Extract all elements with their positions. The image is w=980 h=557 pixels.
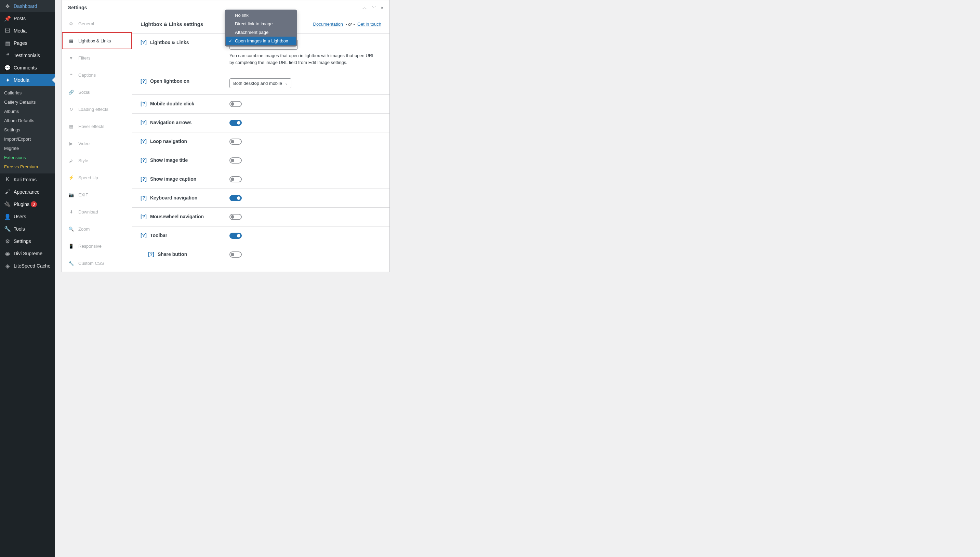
speed-icon: ❖ — [4, 3, 11, 10]
setting-loop-navigation: [?]Loop navigation — [132, 132, 389, 151]
tab-style[interactable]: 🖌Style — [62, 152, 132, 169]
tab-icon: ↻ — [68, 106, 74, 112]
toggle-mousewheel-navigation[interactable] — [229, 214, 242, 220]
tab-hover-effects[interactable]: ▦Hover effects — [62, 118, 132, 135]
tab-icon: 📱 — [68, 243, 74, 249]
setting-toolbar: [?]Toolbar — [132, 226, 389, 245]
toggle-loop-navigation[interactable] — [229, 138, 242, 145]
toggle-toolbar[interactable] — [229, 233, 242, 239]
help-icon[interactable]: [?] — [141, 157, 147, 163]
menu-pages[interactable]: ▤Pages — [0, 37, 55, 49]
panel-collapse-icon[interactable]: ▴ — [381, 5, 383, 11]
help-icon[interactable]: [?] — [141, 214, 147, 219]
submenu-import-export[interactable]: Import/Export — [0, 134, 55, 144]
toggle-mobile-double-click[interactable] — [229, 101, 242, 107]
help-icon[interactable]: [?] — [141, 233, 147, 238]
menu-plugins[interactable]: 🔌Plugins3 — [0, 198, 55, 210]
tab-icon: ⚙ — [68, 21, 74, 27]
pin-icon: 📌 — [4, 15, 11, 22]
tab-download[interactable]: ⬇Download — [62, 203, 132, 220]
admin-sidebar: ❖Dashboard📌Posts🎞Media▤Pages❝Testimonial… — [0, 0, 55, 272]
dropdown-option[interactable]: No link — [226, 11, 296, 20]
setting-navigation-arrows: [?]Navigation arrows — [132, 114, 389, 132]
tab-loading-effects[interactable]: ↻Loading effects — [62, 101, 132, 118]
menu-appearance[interactable]: 🖌Appearance — [0, 186, 55, 198]
wrench-icon: 🔧 — [4, 225, 11, 232]
help-icon[interactable]: [?] — [141, 176, 147, 182]
tab-icon: ▦ — [68, 123, 74, 129]
open-on-value: Both desktop and mobile — [233, 81, 282, 86]
menu-users[interactable]: 👤Users — [0, 210, 55, 223]
setting-keyboard-navigation: [?]Keyboard navigation — [132, 189, 389, 208]
tab-exif[interactable]: 📷EXIF — [62, 186, 132, 203]
submenu-migrate[interactable]: Migrate — [0, 144, 55, 153]
tab-icon: ▼ — [68, 55, 74, 61]
toggle-keyboard-navigation[interactable] — [229, 195, 242, 201]
help-icon[interactable]: [?] — [141, 101, 147, 106]
toggle-share-button[interactable] — [229, 251, 242, 257]
help-icon[interactable]: [?] — [141, 40, 147, 45]
submenu-albums[interactable]: Albums — [0, 107, 55, 116]
tab-lightbox-links[interactable]: ▦Lightbox & Links — [62, 32, 132, 49]
page-icon: ▤ — [4, 40, 11, 47]
menu-litespeed-cache[interactable]: ◈LiteSpeed Cache — [0, 260, 55, 272]
panel-down-icon[interactable]: ﹀ — [372, 5, 376, 11]
setting-mobile-double-click: [?]Mobile double click — [132, 95, 389, 114]
help-icon[interactable]: [?] — [148, 251, 154, 257]
setting-show-image-caption: [?]Show image caption — [132, 170, 389, 189]
get-in-touch-link[interactable]: Get in touch — [357, 21, 381, 27]
tab-icon: ▶ — [68, 140, 74, 147]
tab-icon: ⚡ — [68, 174, 74, 181]
tab-responsive[interactable]: 📱Responsive — [62, 238, 132, 254]
menu-media[interactable]: 🎞Media — [0, 24, 55, 37]
tab-captions[interactable]: ❝Captions — [62, 67, 132, 83]
dropdown-option[interactable]: Attachment page — [226, 28, 296, 37]
tab-filters[interactable]: ▼Filters — [62, 49, 132, 67]
menu-testimonials[interactable]: ❝Testimonials — [0, 49, 55, 62]
submenu-gallery-defaults[interactable]: Gallery Defaults — [0, 98, 55, 107]
documentation-link[interactable]: Documentation — [313, 21, 343, 27]
submenu-settings[interactable]: Settings — [0, 125, 55, 134]
dropdown-option[interactable]: Open Images in a Lightbox — [226, 37, 296, 45]
menu-kali-forms[interactable]: KKali Forms — [0, 173, 55, 186]
tab-icon: 🔗 — [68, 89, 74, 95]
settings-tabs: ⚙General▦Lightbox & Links▼Filters❝Captio… — [62, 15, 132, 272]
toggle-navigation-arrows[interactable] — [229, 120, 242, 126]
open-on-select[interactable]: Both desktop and mobile ⌄ — [229, 78, 291, 88]
tab-video[interactable]: ▶Video — [62, 135, 132, 152]
menu-modula[interactable]: ✦Modula — [0, 74, 55, 86]
setting-show-image-title: [?]Show image title — [132, 151, 389, 170]
help-icon[interactable]: [?] — [141, 195, 147, 200]
setting-lightbox-links: [?] Lightbox & Links No linkDirect link … — [132, 34, 389, 72]
menu-divi-supreme[interactable]: ◉Divi Supreme — [0, 248, 55, 260]
submenu-album-defaults[interactable]: Album Defaults — [0, 116, 55, 125]
chevron-down-icon: ⌄ — [285, 81, 287, 85]
toggle-show-image-title[interactable] — [229, 157, 242, 163]
modula-submenu: GalleriesGallery DefaultsAlbumsAlbum Def… — [0, 86, 55, 173]
submenu-extensions[interactable]: Extensions — [0, 153, 55, 162]
menu-comments[interactable]: 💬Comments — [0, 62, 55, 74]
comment-icon: 💬 — [4, 64, 11, 71]
help-icon[interactable]: [?] — [141, 120, 147, 125]
tab-icon: ❝ — [68, 72, 74, 78]
submenu-free-vs-premium[interactable]: Free vs Premium — [0, 162, 55, 171]
tab-social[interactable]: 🔗Social — [62, 83, 132, 101]
tab-speed-up[interactable]: ⚡Speed Up — [62, 169, 132, 186]
help-icon[interactable]: [?] — [141, 138, 147, 144]
dropdown-option[interactable]: Direct link to image — [226, 20, 296, 28]
help-icon[interactable]: [?] — [141, 78, 147, 84]
menu-posts[interactable]: 📌Posts — [0, 12, 55, 24]
setting-share-button: [?] Share button — [132, 245, 389, 264]
tab-custom-css[interactable]: 🔧Custom CSS — [62, 254, 132, 272]
submenu-galleries[interactable]: Galleries — [0, 88, 55, 98]
menu-dashboard[interactable]: ❖Dashboard — [0, 0, 55, 12]
menu-settings[interactable]: ⚙Settings — [0, 235, 55, 248]
or-text: - or - — [346, 21, 355, 27]
menu-tools[interactable]: 🔧Tools — [0, 223, 55, 235]
tab-icon: 🔍 — [68, 226, 74, 232]
tab-icon: ▦ — [68, 37, 74, 44]
toggle-show-image-caption[interactable] — [229, 176, 242, 182]
tab-general[interactable]: ⚙General — [62, 15, 132, 32]
tab-zoom[interactable]: 🔍Zoom — [62, 220, 132, 238]
panel-up-icon[interactable]: ︿ — [362, 5, 367, 11]
